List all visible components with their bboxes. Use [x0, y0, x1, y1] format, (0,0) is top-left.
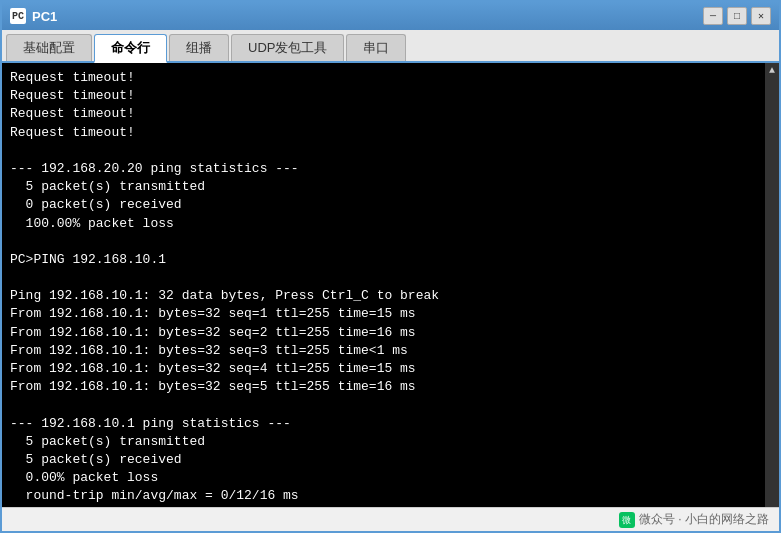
- watermark: 微 微众号 · 小白的网络之路: [619, 511, 769, 528]
- title-bar-left: PC PC1: [10, 8, 57, 24]
- title-buttons: ─ □ ✕: [703, 7, 771, 25]
- tab-multicast[interactable]: 组播: [169, 34, 229, 61]
- tab-basic-config[interactable]: 基础配置: [6, 34, 92, 61]
- terminal-container: Request timeout! Request timeout! Reques…: [2, 63, 779, 507]
- scroll-up-arrow[interactable]: ▲: [769, 65, 775, 77]
- scrollbar[interactable]: ▲: [765, 63, 779, 507]
- main-window: PC PC1 ─ □ ✕ 基础配置 命令行 组播 UDP发包工具 串口 Requ…: [0, 0, 781, 533]
- tab-command-line[interactable]: 命令行: [94, 34, 167, 63]
- tab-serial[interactable]: 串口: [346, 34, 406, 61]
- tab-udp-tool[interactable]: UDP发包工具: [231, 34, 344, 61]
- status-bar: 微 微众号 · 小白的网络之路: [2, 507, 779, 531]
- window-icon: PC: [10, 8, 26, 24]
- watermark-text: 微众号 · 小白的网络之路: [639, 511, 769, 528]
- terminal-output[interactable]: Request timeout! Request timeout! Reques…: [2, 63, 779, 507]
- wechat-icon: 微: [619, 512, 635, 528]
- close-button[interactable]: ✕: [751, 7, 771, 25]
- title-bar: PC PC1 ─ □ ✕: [2, 2, 779, 30]
- minimize-button[interactable]: ─: [703, 7, 723, 25]
- window-title: PC1: [32, 9, 57, 24]
- tab-bar: 基础配置 命令行 组播 UDP发包工具 串口: [2, 30, 779, 63]
- maximize-button[interactable]: □: [727, 7, 747, 25]
